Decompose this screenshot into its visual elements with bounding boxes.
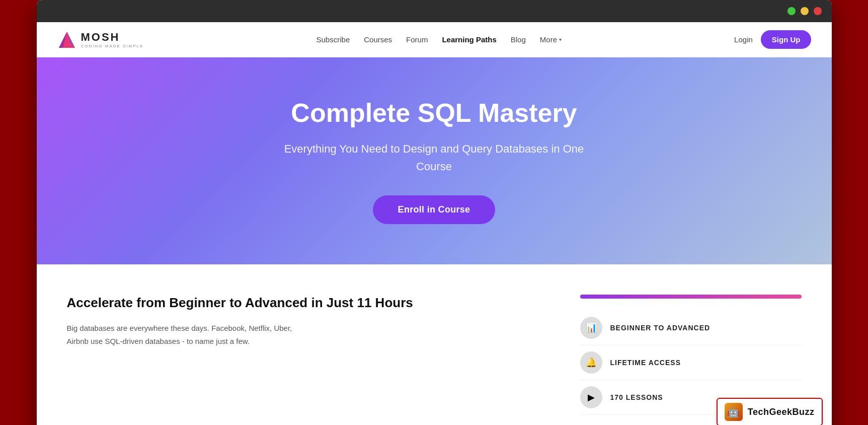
nav-item-learning-paths[interactable]: Learning Paths	[442, 35, 496, 44]
beginner-icon: 📊	[580, 317, 602, 339]
content-section: Accelerate from Beginner to Advanced in …	[37, 264, 832, 425]
lessons-icon: ▶	[580, 386, 602, 408]
content-left: Accelerate from Beginner to Advanced in …	[67, 295, 580, 415]
feature-item-beginner: 📊 BEGINNER TO ADVANCED	[580, 311, 802, 345]
traffic-light-green[interactable]	[787, 7, 796, 15]
feature-label-lessons: 170 LESSONS	[610, 393, 663, 401]
watermark: 🤖 TechGeekBuzz	[717, 398, 823, 425]
nav-item-forum[interactable]: Forum	[406, 35, 428, 44]
logo-icon	[57, 30, 77, 50]
watermark-icon: 🤖	[725, 403, 743, 421]
traffic-light-yellow[interactable]	[801, 7, 809, 15]
hero-subtitle: Everything You Need to Design and Query …	[278, 140, 590, 175]
watermark-text: TechGeekBuzz	[748, 407, 815, 417]
logo-text-wrap: MOSH CODING MADE SIMPLE	[81, 31, 144, 48]
feature-label-beginner: BEGINNER TO ADVANCED	[610, 324, 711, 332]
login-link[interactable]: Login	[734, 35, 753, 44]
signup-button[interactable]: Sign Up	[761, 30, 812, 49]
logo-tagline: CODING MADE SIMPLE	[81, 44, 144, 48]
progress-bar	[580, 295, 802, 299]
navbar: MOSH CODING MADE SIMPLE Subscribe Course…	[37, 22, 832, 57]
feature-label-lifetime: LIFETIME ACCESS	[610, 359, 681, 367]
nav-item-blog[interactable]: Blog	[511, 35, 526, 44]
nav-item-subscribe[interactable]: Subscribe	[317, 35, 350, 44]
chevron-down-icon: ▾	[559, 37, 562, 42]
feature-item-lifetime: 🔔 LIFETIME ACCESS	[580, 345, 802, 380]
content-heading: Accelerate from Beginner to Advanced in …	[67, 295, 540, 312]
logo-area: MOSH CODING MADE SIMPLE	[57, 30, 144, 50]
content-right: 📊 BEGINNER TO ADVANCED 🔔 LIFETIME ACCESS…	[580, 295, 802, 415]
lifetime-icon: 🔔	[580, 351, 602, 374]
nav-item-courses[interactable]: Courses	[364, 35, 392, 44]
hero-title: Complete SQL Mastery	[291, 98, 577, 128]
enroll-button[interactable]: Enroll in Course	[373, 195, 496, 224]
hero-section: Complete SQL Mastery Everything You Need…	[37, 57, 832, 264]
browser-window: MOSH CODING MADE SIMPLE Subscribe Course…	[37, 0, 832, 425]
logo-name: MOSH	[81, 31, 144, 44]
nav-links: Subscribe Courses Forum Learning Paths B…	[317, 35, 562, 44]
content-text: Big databases are everywhere these days.…	[67, 322, 298, 347]
nav-right: Login Sign Up	[734, 30, 811, 49]
nav-item-more[interactable]: More ▾	[540, 35, 562, 44]
traffic-light-red[interactable]	[814, 7, 822, 15]
browser-chrome	[37, 0, 832, 22]
